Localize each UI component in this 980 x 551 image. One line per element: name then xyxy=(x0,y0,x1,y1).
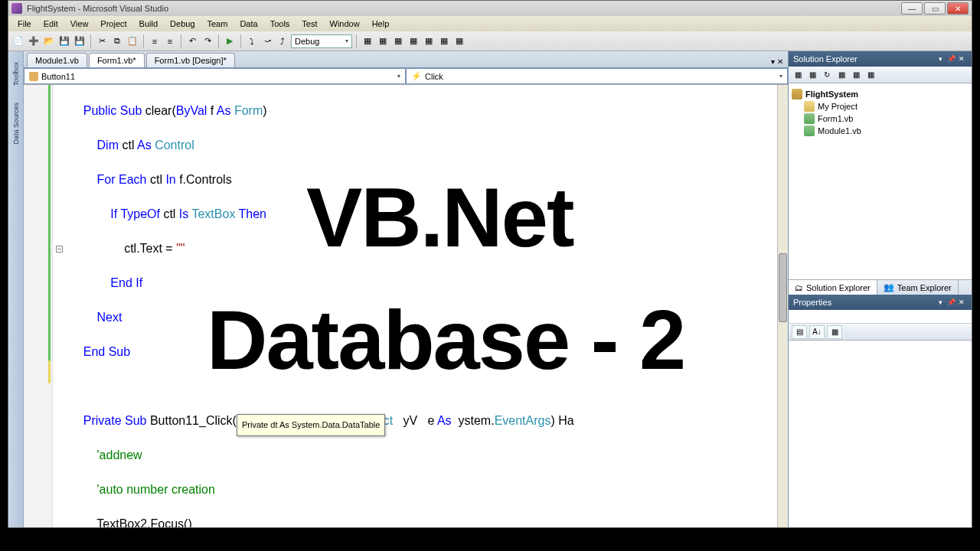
undo-icon[interactable]: ↶ xyxy=(185,34,199,48)
menu-view[interactable]: View xyxy=(64,18,95,30)
tb-icon-4[interactable]: ▦ xyxy=(407,34,420,48)
save-icon[interactable]: 💾 xyxy=(57,34,71,48)
editor-column: Module1.vb Form1.vb* Form1.vb [Design]* … xyxy=(24,51,788,527)
cut-icon[interactable]: ✂ xyxy=(95,34,109,48)
redo-icon[interactable]: ↷ xyxy=(201,34,214,48)
new-project-icon[interactable]: 📄 xyxy=(11,34,25,48)
menu-build[interactable]: Build xyxy=(133,18,164,30)
vertical-scrollbar[interactable] xyxy=(777,85,788,527)
menu-window[interactable]: Window xyxy=(324,18,366,30)
props-pin-icon[interactable]: 📌 xyxy=(946,297,956,308)
collapse-icon[interactable]: − xyxy=(56,246,63,253)
tb-icon-6[interactable]: ▦ xyxy=(437,34,451,48)
menubar: File Edit View Project Build Debug Team … xyxy=(8,16,972,31)
tree-project[interactable]: FlightSystem xyxy=(792,88,969,100)
tab-module1[interactable]: Module1.vb xyxy=(27,53,87,67)
window-title: FlightSystem - Microsoft Visual Studio xyxy=(27,4,168,13)
tab-form1-code[interactable]: Form1.vb* xyxy=(89,53,145,67)
se-icon-2[interactable]: ▦ xyxy=(806,69,818,81)
properties-grid[interactable] xyxy=(789,341,972,527)
editor-gutter: − xyxy=(24,85,53,527)
properties-title: Properties ▾ 📌 ✕ xyxy=(789,295,972,310)
maximize-button[interactable]: ▭ xyxy=(924,2,946,15)
intellisense-tooltip: Private dt As System.Data.DataTable xyxy=(237,414,385,436)
tab-overflow-icon[interactable]: ▾ ✕ xyxy=(766,56,788,67)
menu-team[interactable]: Team xyxy=(201,18,234,30)
props-dropdown-icon[interactable]: ▾ xyxy=(935,297,946,308)
tb-icon-2[interactable]: ▦ xyxy=(376,34,390,48)
menu-project[interactable]: Project xyxy=(94,18,132,30)
menu-debug[interactable]: Debug xyxy=(164,18,201,30)
menu-test[interactable]: Test xyxy=(296,18,323,30)
close-button[interactable]: ✕ xyxy=(947,2,969,15)
props-close-icon[interactable]: ✕ xyxy=(956,297,967,308)
tb-icon-3[interactable]: ▦ xyxy=(391,34,405,48)
vs-main-window: FlightSystem - Microsoft Visual Studio —… xyxy=(8,0,972,528)
code-content: Public Sub clear(ByVal f As Form) Dim ct… xyxy=(70,85,779,527)
open-icon[interactable]: 📂 xyxy=(42,34,56,48)
start-debug-icon[interactable]: ▶ xyxy=(223,34,237,48)
menu-tools[interactable]: Tools xyxy=(264,18,296,30)
minimize-button[interactable]: — xyxy=(901,2,923,15)
se-code-icon[interactable]: ▦ xyxy=(864,69,877,81)
config-combo[interactable]: Debug xyxy=(291,34,352,48)
method-nav-combo[interactable]: ⚡Click xyxy=(406,68,788,84)
menu-file[interactable]: File xyxy=(11,18,38,30)
left-tool-strip: Toolbox Data Sources xyxy=(8,51,24,527)
tb-icon-7[interactable]: ▦ xyxy=(452,34,466,48)
btab-team-explorer[interactable]: 👥Team Explorer xyxy=(877,280,959,295)
tree-item-myproject[interactable]: My Project xyxy=(792,100,969,112)
titlebar: FlightSystem - Microsoft Visual Studio —… xyxy=(8,1,972,16)
tb-icon-1[interactable]: ▦ xyxy=(361,34,374,48)
menu-data[interactable]: Data xyxy=(234,18,263,30)
tree-item-form1[interactable]: Form1.vb xyxy=(792,112,969,125)
props-cat-icon[interactable]: ▤ xyxy=(792,325,807,339)
menu-help[interactable]: Help xyxy=(366,18,396,30)
panel-pin-icon[interactable]: 📌 xyxy=(946,54,956,64)
se-showall-icon[interactable]: ▦ xyxy=(835,69,848,81)
code-nav-bar: Button11 ⚡Click xyxy=(24,68,788,85)
props-pages-icon[interactable]: ▦ xyxy=(827,325,842,339)
vs-logo-icon xyxy=(11,3,22,14)
save-all-icon[interactable]: 💾 xyxy=(73,34,87,48)
toolbox-tab[interactable]: Toolbox xyxy=(11,57,21,90)
uncomment-icon[interactable]: ≡ xyxy=(163,34,177,48)
copy-icon[interactable]: ⧉ xyxy=(110,34,124,48)
props-object-combo[interactable] xyxy=(789,310,972,324)
data-sources-tab[interactable]: Data Sources xyxy=(11,98,21,149)
tb-icon-5[interactable]: ▦ xyxy=(422,34,436,48)
se-refresh-icon[interactable]: ↻ xyxy=(821,69,833,81)
props-az-icon[interactable]: A↓ xyxy=(809,325,825,339)
right-panels: Solution Explorer ▾ 📌 ✕ ▦ ▦ ↻ ▦ ▦ ▦ Flig… xyxy=(788,51,972,527)
solution-bottom-tabs: 🗂Solution Explorer 👥Team Explorer xyxy=(789,279,972,295)
scrollbar-thumb[interactable] xyxy=(779,253,787,322)
code-editor[interactable]: − Public Sub clear(ByVal f As Form) Dim … xyxy=(24,85,788,527)
tree-item-module1[interactable]: Module1.vb xyxy=(792,125,969,137)
solution-toolbar: ▦ ▦ ↻ ▦ ▦ ▦ xyxy=(789,67,972,83)
step-into-icon[interactable]: ⤵ xyxy=(245,34,259,48)
se-props-icon[interactable]: ▦ xyxy=(850,69,862,81)
tab-form1-design[interactable]: Form1.vb [Design]* xyxy=(146,53,235,67)
paste-icon[interactable]: 📋 xyxy=(126,34,139,48)
document-tabs: Module1.vb Form1.vb* Form1.vb [Design]* … xyxy=(24,51,788,68)
add-item-icon[interactable]: ➕ xyxy=(27,34,41,48)
panel-dropdown-icon[interactable]: ▾ xyxy=(935,54,946,64)
step-over-icon[interactable]: ⤻ xyxy=(260,34,274,48)
step-out-icon[interactable]: ⤴ xyxy=(276,34,289,48)
se-icon-1[interactable]: ▦ xyxy=(792,69,804,81)
btab-solution-explorer[interactable]: 🗂Solution Explorer xyxy=(789,280,877,295)
properties-toolbar: ▤ A↓ ▦ xyxy=(789,324,972,341)
comment-icon[interactable]: ≡ xyxy=(148,34,162,48)
solution-explorer-title: Solution Explorer ▾ 📌 ✕ xyxy=(789,51,972,67)
toolbar: 📄 ➕ 📂 💾 💾 ✂ ⧉ 📋 ≡ ≡ ↶ ↷ ▶ ⤵ ⤻ ⤴ Debug ▦ … xyxy=(8,31,972,51)
main-area: Toolbox Data Sources Module1.vb Form1.vb… xyxy=(8,51,972,527)
menu-edit[interactable]: Edit xyxy=(38,18,64,30)
panel-close-icon[interactable]: ✕ xyxy=(956,54,967,64)
class-nav-combo[interactable]: Button11 xyxy=(24,68,406,84)
solution-tree[interactable]: FlightSystem My Project Form1.vb Module1… xyxy=(789,83,972,279)
